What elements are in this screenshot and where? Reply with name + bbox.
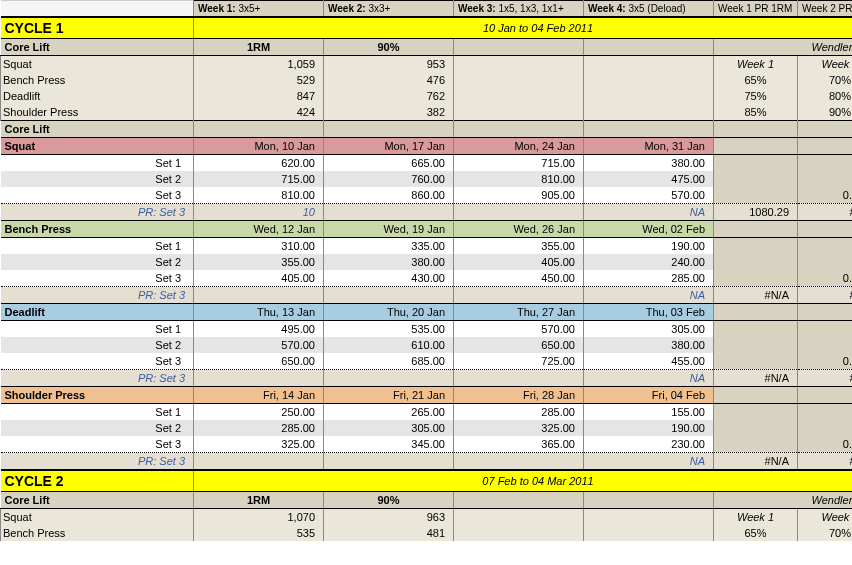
- cell[interactable]: [324, 121, 454, 138]
- cell[interactable]: 0.00%: [798, 270, 853, 287]
- cell-pr2[interactable]: Week 2 PR 1RM: [798, 1, 853, 18]
- cell[interactable]: [324, 204, 454, 221]
- cell[interactable]: [194, 121, 324, 138]
- cell[interactable]: [584, 104, 714, 121]
- cell[interactable]: 285.00: [194, 420, 324, 436]
- cell[interactable]: [714, 304, 798, 321]
- cell[interactable]: 80%: [798, 88, 853, 104]
- cell[interactable]: 230.00: [584, 436, 714, 453]
- set-label[interactable]: Set 2: [1, 337, 194, 353]
- cell[interactable]: 475.00: [584, 171, 714, 187]
- lift-name[interactable]: Bench Press: [1, 525, 194, 541]
- cell[interactable]: 665.00: [324, 155, 454, 172]
- wendler-perc[interactable]: Wendler Perc: [714, 492, 853, 509]
- cell[interactable]: [798, 337, 853, 353]
- cell[interactable]: 0.00%: [798, 436, 853, 453]
- cell[interactable]: 529: [194, 72, 324, 88]
- cell[interactable]: Mon, 17 Jan: [324, 138, 454, 155]
- lift-name[interactable]: Bench Press: [1, 72, 194, 88]
- cell[interactable]: NA: [584, 204, 714, 221]
- cell[interactable]: #N/A: [714, 370, 798, 387]
- cell[interactable]: 1080.29: [714, 204, 798, 221]
- cell[interactable]: [714, 420, 798, 436]
- cell[interactable]: NA: [584, 370, 714, 387]
- lift-name[interactable]: Deadlift: [1, 88, 194, 104]
- core-lift-label[interactable]: Core Lift: [1, 39, 194, 56]
- cell[interactable]: [454, 453, 584, 471]
- perc-wk1[interactable]: Week 1: [714, 56, 798, 73]
- set-label[interactable]: Set 1: [1, 321, 194, 338]
- lift-name[interactable]: Bench Press: [1, 221, 194, 238]
- cell[interactable]: Fri, 04 Feb: [584, 387, 714, 404]
- cell[interactable]: 1,070: [194, 509, 324, 526]
- cycle1-dates[interactable]: 10 Jan to 04 Feb 2011: [194, 17, 853, 39]
- cell[interactable]: [798, 138, 853, 155]
- cell[interactable]: [454, 492, 584, 509]
- cell[interactable]: [584, 72, 714, 88]
- cell[interactable]: Wed, 26 Jan: [454, 221, 584, 238]
- cell[interactable]: 75%: [714, 88, 798, 104]
- cell[interactable]: 335.00: [324, 238, 454, 255]
- cell[interactable]: 963: [324, 509, 454, 526]
- cell[interactable]: [324, 370, 454, 387]
- cell[interactable]: 155.00: [584, 404, 714, 421]
- cell[interactable]: 382: [324, 104, 454, 121]
- cell[interactable]: 650.00: [454, 337, 584, 353]
- cell[interactable]: [324, 453, 454, 471]
- cell[interactable]: 10: [194, 204, 324, 221]
- cell[interactable]: [714, 155, 798, 172]
- cell[interactable]: 760.00: [324, 171, 454, 187]
- cell[interactable]: [714, 238, 798, 255]
- cell[interactable]: [714, 171, 798, 187]
- cell[interactable]: [714, 337, 798, 353]
- set-label[interactable]: Set 2: [1, 420, 194, 436]
- cell[interactable]: [714, 138, 798, 155]
- cell[interactable]: [798, 304, 853, 321]
- set-label[interactable]: Set 3: [1, 436, 194, 453]
- cell[interactable]: Fri, 14 Jan: [194, 387, 324, 404]
- cell[interactable]: 424: [194, 104, 324, 121]
- cell[interactable]: [798, 387, 853, 404]
- cell[interactable]: 190.00: [584, 420, 714, 436]
- cell[interactable]: 325.00: [194, 436, 324, 453]
- cell[interactable]: [454, 287, 584, 304]
- cell[interactable]: 725.00: [454, 353, 584, 370]
- cell[interactable]: [584, 509, 714, 526]
- cell[interactable]: #N/A: [798, 453, 853, 471]
- cell[interactable]: 570.00: [194, 337, 324, 353]
- cell[interactable]: 810.00: [454, 171, 584, 187]
- cell[interactable]: [584, 121, 714, 138]
- col-90[interactable]: 90%: [324, 39, 454, 56]
- cell[interactable]: Mon, 31 Jan: [584, 138, 714, 155]
- cell[interactable]: [714, 270, 798, 287]
- spreadsheet-table[interactable]: Week 1: 3x5+ Week 2: 3x3+ Week 3: 1x5, 1…: [0, 0, 852, 541]
- cell[interactable]: 810.00: [194, 187, 324, 204]
- cell[interactable]: [454, 370, 584, 387]
- cell[interactable]: 535: [194, 525, 324, 541]
- cell[interactable]: 953: [324, 56, 454, 73]
- cell-blank[interactable]: [1, 1, 194, 18]
- cell[interactable]: 430.00: [324, 270, 454, 287]
- cell[interactable]: [714, 221, 798, 238]
- cell[interactable]: 265.00: [324, 404, 454, 421]
- set-label[interactable]: Set 3: [1, 270, 194, 287]
- cell[interactable]: 345.00: [324, 436, 454, 453]
- cell[interactable]: Fri, 21 Jan: [324, 387, 454, 404]
- lift-name[interactable]: Squat: [1, 56, 194, 73]
- cell[interactable]: 481: [324, 525, 454, 541]
- pr-label[interactable]: PR: Set 3: [1, 204, 194, 221]
- cell[interactable]: 310.00: [194, 238, 324, 255]
- cell[interactable]: Wed, 12 Jan: [194, 221, 324, 238]
- core-lift-label[interactable]: Core Lift: [1, 121, 194, 138]
- cell-pr1[interactable]: Week 1 PR 1RM: [714, 1, 798, 18]
- cell[interactable]: Thu, 13 Jan: [194, 304, 324, 321]
- cell[interactable]: [454, 39, 584, 56]
- cell[interactable]: [584, 39, 714, 56]
- pr-label[interactable]: PR: Set 3: [1, 370, 194, 387]
- lift-name[interactable]: Squat: [1, 509, 194, 526]
- cell[interactable]: [194, 453, 324, 471]
- cell[interactable]: [584, 525, 714, 541]
- cell[interactable]: Fri, 28 Jan: [454, 387, 584, 404]
- cell[interactable]: 305.00: [584, 321, 714, 338]
- core-lift-label[interactable]: Core Lift: [1, 492, 194, 509]
